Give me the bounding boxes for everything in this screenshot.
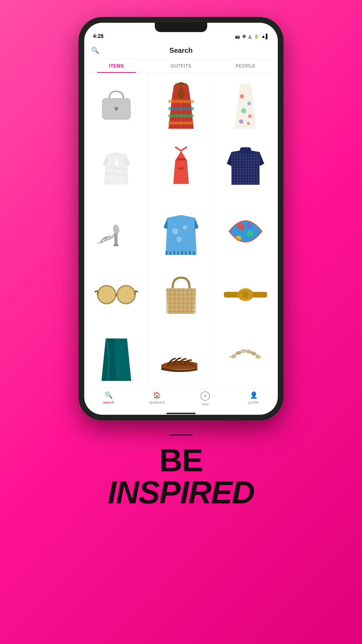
svg-rect-21 bbox=[115, 233, 118, 245]
notch bbox=[155, 23, 207, 32]
svg-point-52 bbox=[240, 349, 247, 353]
svg-point-15 bbox=[247, 122, 250, 125]
bottom-tagline: BE INSPIRED bbox=[108, 435, 254, 508]
svg-point-12 bbox=[241, 108, 246, 113]
profile-nav-icon: 👤 bbox=[250, 391, 258, 399]
svg-rect-8 bbox=[168, 114, 194, 117]
svg-point-34 bbox=[237, 223, 245, 231]
svg-point-33 bbox=[176, 237, 182, 242]
nav-label-tipsboard: tipsboard bbox=[149, 400, 164, 405]
svg-point-50 bbox=[231, 354, 237, 359]
nav-item-tipsboard[interactable]: 🏠 tipsboard bbox=[133, 391, 181, 406]
svg-point-10 bbox=[240, 94, 244, 99]
grid-item-bag[interactable] bbox=[84, 73, 149, 138]
items-grid bbox=[84, 73, 278, 388]
svg-rect-30 bbox=[193, 252, 195, 255]
nav-item-profile[interactable]: 👤 profile bbox=[229, 391, 278, 406]
svg-point-32 bbox=[182, 225, 187, 230]
grid-item-scarf[interactable] bbox=[213, 199, 278, 264]
tabs-container: ITEMS OUTFITS PEOPLE bbox=[84, 60, 278, 73]
new-nav-icon: + bbox=[201, 391, 210, 401]
svg-point-31 bbox=[172, 228, 178, 235]
svg-rect-7 bbox=[168, 107, 194, 110]
svg-point-38 bbox=[98, 286, 116, 304]
nav-label-search: search bbox=[103, 400, 114, 405]
svg-point-39 bbox=[117, 286, 135, 304]
svg-rect-25 bbox=[173, 251, 175, 255]
grid-item-cover-up[interactable] bbox=[149, 199, 213, 264]
svg-rect-17 bbox=[231, 152, 259, 185]
svg-rect-29 bbox=[189, 251, 191, 255]
svg-rect-26 bbox=[177, 252, 179, 255]
search-nav-icon: 🔍 bbox=[105, 391, 113, 399]
nav-item-search[interactable]: 🔍 search bbox=[84, 391, 133, 406]
tab-items[interactable]: ITEMS bbox=[84, 60, 149, 73]
svg-rect-6 bbox=[168, 100, 194, 103]
grid-item-floral-skirt[interactable] bbox=[213, 73, 278, 138]
nav-label-profile: profile bbox=[248, 400, 259, 405]
svg-point-11 bbox=[247, 102, 251, 105]
page-title: Search bbox=[169, 46, 193, 55]
tab-people[interactable]: PEOPLE bbox=[213, 60, 278, 73]
svg-point-37 bbox=[247, 223, 252, 228]
home-indicator bbox=[166, 413, 196, 414]
grid-item-tote[interactable] bbox=[149, 262, 213, 327]
tagline-line bbox=[169, 435, 193, 435]
grid-item-heels[interactable] bbox=[84, 199, 149, 264]
svg-rect-40 bbox=[166, 288, 196, 314]
svg-point-16 bbox=[177, 167, 185, 170]
phone-screen: 4:28 📷 ⚙ △ 🔋 ▲▌ 🔍 Search ITEMS bbox=[84, 23, 278, 415]
status-time: 4:28 bbox=[93, 33, 103, 39]
grid-item-sunglasses[interactable] bbox=[84, 262, 149, 327]
nav-label-new: new bbox=[202, 402, 209, 406]
status-icons: 📷 ⚙ △ 🔋 ▲▌ bbox=[235, 34, 269, 39]
grid-item-blouse[interactable] bbox=[84, 136, 149, 201]
tab-outfits[interactable]: OUTFITS bbox=[149, 60, 213, 73]
svg-rect-22 bbox=[114, 244, 118, 246]
phone-shell: 4:28 📷 ⚙ △ 🔋 ▲▌ 🔍 Search ITEMS bbox=[79, 18, 283, 420]
home-nav-icon: 🏠 bbox=[153, 391, 161, 399]
grid-item-wrap-skirt[interactable] bbox=[84, 326, 149, 388]
grid-item-belt[interactable] bbox=[213, 262, 278, 327]
svg-rect-28 bbox=[185, 252, 187, 255]
grid-item-necklace[interactable] bbox=[213, 326, 278, 388]
grid-item-coat[interactable] bbox=[149, 73, 213, 138]
svg-point-2 bbox=[115, 107, 118, 111]
grid-item-swimsuit[interactable] bbox=[149, 136, 213, 201]
svg-rect-9 bbox=[168, 122, 194, 125]
app-header: 🔍 Search bbox=[84, 42, 278, 60]
be-text: BE bbox=[108, 444, 254, 476]
nav-item-new[interactable]: + new bbox=[181, 391, 229, 406]
svg-rect-27 bbox=[181, 251, 183, 255]
inspired-text: INSPIRED bbox=[108, 476, 254, 508]
svg-point-49 bbox=[243, 291, 249, 298]
svg-rect-24 bbox=[169, 252, 171, 255]
svg-rect-20 bbox=[240, 147, 251, 154]
phone-wrapper: 4:28 📷 ⚙ △ 🔋 ▲▌ 🔍 Search ITEMS bbox=[79, 18, 283, 420]
svg-rect-23 bbox=[165, 251, 167, 255]
grid-item-sequin-top[interactable] bbox=[213, 136, 278, 201]
svg-point-35 bbox=[247, 231, 253, 237]
svg-point-13 bbox=[248, 114, 252, 118]
search-icon[interactable]: 🔍 bbox=[91, 47, 99, 54]
grid-item-flats[interactable] bbox=[149, 326, 213, 388]
bottom-nav: 🔍 search 🏠 tipsboard + new 👤 profile bbox=[84, 388, 278, 411]
svg-point-14 bbox=[239, 119, 243, 124]
